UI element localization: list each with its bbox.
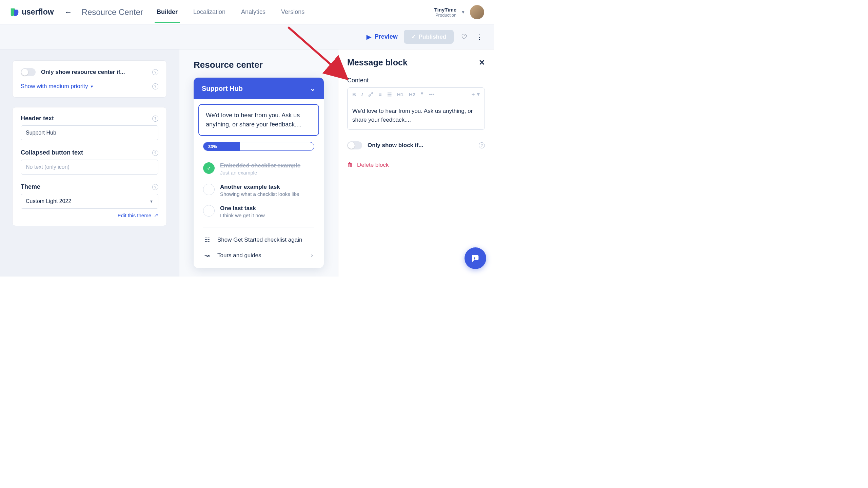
h1-icon[interactable]: H1 (397, 92, 403, 97)
help-bubble-button[interactable] (465, 247, 486, 269)
svg-point-1 (474, 257, 475, 258)
resource-center-title: Resource center (194, 60, 324, 70)
check-circle-icon (203, 205, 215, 217)
unordered-list-icon[interactable]: ☰ (387, 92, 392, 98)
chevron-down-icon: ▼ (461, 10, 465, 15)
help-icon[interactable]: ? (479, 142, 485, 148)
tours-guides-link[interactable]: ↝ Tours and guides › (198, 248, 319, 263)
workspace-selector[interactable]: TinyTime Production ▼ (434, 5, 484, 19)
content-textarea[interactable]: We'd love to hear from you. Ask us anyth… (348, 101, 485, 129)
show-checklist-again-link[interactable]: ☷ Show Get Started checklist again (198, 232, 319, 248)
message-block[interactable]: We'd love to hear from you. Ask us anyth… (198, 104, 319, 136)
help-icon[interactable]: ? (152, 116, 158, 122)
ordered-list-icon[interactable]: ≡ (379, 92, 382, 97)
only-show-block-if-label: Only show block if... (368, 142, 423, 149)
add-icon[interactable]: ＋ ▾ (471, 91, 480, 98)
link-icon[interactable]: 🔗︎ (368, 92, 373, 97)
play-icon: ▶ (367, 33, 371, 41)
close-icon[interactable]: ✕ (479, 58, 485, 67)
checklist-item[interactable]: ✓ Embedded checklist example Just an exa… (203, 158, 314, 180)
collapsed-text-input[interactable] (21, 160, 158, 175)
help-icon[interactable]: ? (152, 184, 158, 190)
resource-center-header[interactable]: Support Hub ⌄ (194, 78, 324, 99)
preview-button[interactable]: ▶ Preview (367, 33, 398, 41)
content-editor: B I 🔗︎ ≡ ☰ H1 H2 ❞ ••• ＋ ▾ We'd love to … (347, 87, 485, 130)
trash-icon: 🗑︎ (347, 162, 353, 168)
tab-versions[interactable]: Versions (281, 1, 304, 23)
theme-label: Theme (21, 183, 40, 190)
h2-icon[interactable]: H2 (409, 92, 415, 97)
external-link-icon: ↗ (154, 212, 158, 218)
chevron-down-icon: ⌄ (310, 84, 316, 93)
italic-icon[interactable]: I (361, 92, 363, 97)
content-label: Content (347, 77, 485, 84)
published-button[interactable]: ✓ Published (404, 30, 454, 44)
more-icon[interactable]: ••• (429, 92, 434, 97)
more-menu-icon[interactable]: ⋮ (475, 33, 484, 41)
avatar[interactable] (470, 5, 484, 19)
priority-dropdown[interactable]: Show with medium priority ▼ (21, 83, 94, 90)
checklist-item[interactable]: One last task I think we get it now (203, 201, 314, 222)
page-title: Resource Center (82, 7, 143, 17)
progress-bar: 33% (203, 142, 314, 151)
check-circle-done-icon: ✓ (203, 162, 215, 174)
chevron-down-icon: ▼ (150, 199, 153, 203)
back-arrow-icon[interactable]: ← (65, 8, 72, 17)
header-text-label: Header text (21, 115, 54, 122)
bold-icon[interactable]: B (352, 92, 356, 97)
help-icon[interactable]: ? (152, 69, 158, 75)
tab-analytics[interactable]: Analytics (241, 1, 265, 23)
help-icon[interactable]: ? (152, 83, 158, 89)
only-show-if-label: Only show resource center if... (41, 69, 125, 76)
list-icon: ☷ (204, 236, 211, 244)
chevron-right-icon: › (311, 252, 313, 259)
check-icon: ✓ (411, 33, 416, 40)
lightbulb-icon[interactable]: ♡︎ (460, 33, 469, 41)
checklist-item[interactable]: Another example task Showing what a chec… (203, 180, 314, 201)
collapsed-text-label: Collapsed button text (21, 149, 83, 156)
theme-select[interactable]: Custom Light 2022 ▼ (21, 194, 158, 209)
tab-localization[interactable]: Localization (193, 1, 225, 23)
svg-rect-2 (474, 258, 475, 260)
edit-theme-link[interactable]: Edit this theme ↗ (21, 212, 158, 218)
logo-icon (9, 7, 20, 17)
workspace-env: Production (434, 13, 456, 18)
chevron-down-icon: ▼ (90, 84, 94, 88)
help-bubble-icon (470, 253, 480, 263)
workspace-name: TinyTime (434, 7, 456, 13)
logo[interactable]: userflow (9, 7, 54, 17)
route-icon: ↝ (204, 252, 211, 259)
header-text-input[interactable] (21, 125, 158, 140)
help-icon[interactable]: ? (152, 150, 158, 156)
check-circle-icon (203, 184, 215, 195)
quote-icon[interactable]: ❞ (421, 92, 423, 98)
resource-center-card: Support Hub ⌄ We'd love to hear from you… (194, 78, 324, 268)
panel-title: Message block (347, 58, 408, 67)
progress-fill: 33% (203, 142, 240, 150)
delete-block-button[interactable]: 🗑︎ Delete block (347, 162, 485, 168)
only-show-if-toggle[interactable] (21, 68, 36, 76)
tab-builder[interactable]: Builder (157, 1, 178, 23)
only-show-block-if-toggle[interactable] (347, 141, 362, 149)
logo-text: userflow (22, 7, 54, 17)
